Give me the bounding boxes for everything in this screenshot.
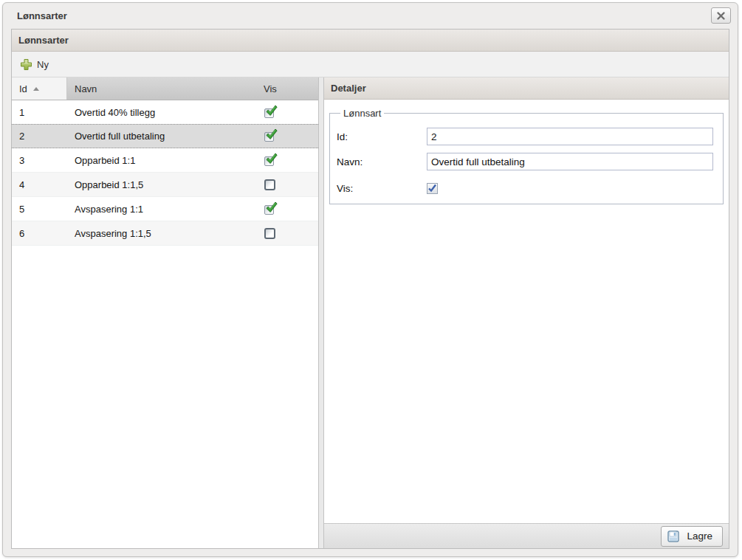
table-row[interactable]: 1 Overtid 40% tillegg [12, 100, 318, 125]
column-header-vis[interactable]: Vis [255, 77, 318, 100]
cell-navn: Avspasering 1:1,5 [67, 228, 255, 239]
table-row[interactable]: 2 Overtid full utbetaling [12, 124, 318, 148]
cell-vis [255, 106, 318, 120]
navn-label: Navn: [337, 156, 427, 167]
unchecked-checkbox-icon [264, 179, 275, 190]
save-button-label: Lagre [687, 530, 712, 542]
cell-id: 5 [12, 204, 67, 215]
column-header-id[interactable]: Id [12, 77, 67, 100]
vis-field-row: Vis: [337, 183, 716, 194]
green-check-icon [264, 202, 278, 216]
details-body: Lønnsart Id: Navn: Vis: [324, 100, 729, 523]
save-button[interactable]: Lagre [661, 526, 723, 547]
details-panel: Detaljer Lønnsart Id: Navn: [323, 77, 729, 548]
close-icon [716, 11, 726, 21]
table-row[interactable]: 5 Avspasering 1:1 [12, 197, 318, 221]
blue-check-icon [427, 184, 437, 193]
new-button[interactable]: Ny [15, 56, 54, 73]
fieldset-legend: Lønnsart [340, 108, 384, 119]
table-row[interactable]: 4 Opparbeid 1:1,5 [12, 173, 318, 197]
cell-navn: Avspasering 1:1 [67, 204, 255, 215]
cell-id: 1 [12, 107, 67, 118]
column-header-vis-label: Vis [264, 83, 277, 94]
navn-input[interactable] [427, 153, 713, 170]
window-title: Lønnsarter [17, 10, 711, 21]
lonnsarter-window: Lønnsarter Lønnsarter [2, 2, 738, 557]
panel-header: Lønnsarter [12, 30, 729, 52]
vis-checkbox[interactable] [427, 183, 438, 194]
id-label: Id: [337, 131, 427, 142]
column-header-id-label: Id [19, 83, 27, 94]
navn-field-row: Navn: [337, 153, 716, 170]
plus-icon [20, 58, 32, 71]
content-area: Id Navn Vis 1 Overtid 40% tillegg [12, 77, 729, 548]
cell-navn: Opparbeid 1:1,5 [67, 179, 255, 190]
close-button[interactable] [711, 7, 731, 24]
cell-navn: Opparbeid 1:1 [67, 155, 255, 166]
green-check-icon [264, 153, 278, 167]
column-header-navn-label: Navn [75, 83, 97, 94]
window-titlebar: Lønnsarter [3, 3, 738, 27]
details-footer: Lagre [324, 523, 729, 548]
grid-body: 1 Overtid 40% tillegg [12, 100, 318, 548]
panel-title: Lønnsarter [18, 35, 69, 46]
cell-id: 3 [12, 155, 67, 166]
green-check-icon [264, 106, 278, 120]
unchecked-checkbox-icon [264, 228, 275, 239]
lonnsart-fieldset: Lønnsart Id: Navn: Vis: [329, 108, 724, 204]
cell-navn: Overtid 40% tillegg [67, 107, 255, 118]
table-row[interactable]: 6 Avspasering 1:1,5 [12, 221, 318, 246]
vis-label: Vis: [337, 183, 427, 194]
sort-ascending-icon [33, 87, 39, 91]
cell-id: 2 [12, 131, 67, 142]
grid-header-row: Id Navn Vis [12, 77, 318, 100]
lonnsarter-grid: Id Navn Vis 1 Overtid 40% tillegg [12, 77, 319, 548]
cell-vis [255, 153, 318, 167]
cell-vis [255, 129, 318, 143]
green-check-icon [264, 129, 278, 143]
cell-vis [255, 202, 318, 216]
cell-vis [255, 228, 318, 239]
new-button-label: Ny [37, 59, 49, 70]
cell-id: 6 [12, 228, 67, 239]
details-title: Detaljer [331, 83, 366, 94]
toolbar: Ny [12, 52, 729, 77]
cell-vis [255, 179, 318, 190]
lonnsarter-panel: Lønnsarter Ny [11, 29, 729, 549]
cell-id: 4 [12, 179, 67, 190]
cell-navn: Overtid full utbetaling [67, 131, 255, 142]
table-row[interactable]: 3 Opparbeid 1:1 [12, 148, 318, 173]
details-header: Detaljer [324, 77, 729, 100]
floppy-disk-icon [667, 530, 679, 542]
column-header-navn[interactable]: Navn [67, 77, 255, 100]
id-input[interactable] [427, 128, 713, 145]
id-field-row: Id: [337, 128, 716, 145]
